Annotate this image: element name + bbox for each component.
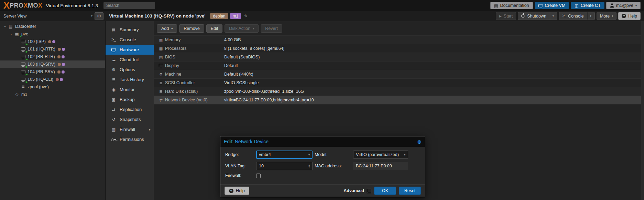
revert-button[interactable]: Revert (261, 24, 282, 33)
remove-button[interactable]: Remove (179, 24, 204, 33)
page-title: Virtual Machine 103 (HQ-SRV) on node 'pv… (109, 13, 205, 19)
reset-button[interactable]: Reset (399, 187, 421, 195)
table-row-memory[interactable]: Memory 4.00 GiB (154, 36, 644, 44)
tree-item-vm-104[interactable]: 104 (BR-SRV) (0, 68, 105, 76)
tag-dots (57, 70, 65, 74)
history-icon (111, 117, 117, 122)
view-settings-button[interactable] (95, 12, 103, 20)
expander-icon[interactable] (9, 33, 13, 36)
mac-address-input[interactable]: BC:24:11:77:E0:09 (353, 162, 408, 170)
chevron-down-icon[interactable] (308, 153, 310, 156)
expander-icon[interactable] (3, 25, 7, 28)
search-input[interactable] (103, 2, 155, 9)
monitor-icon (538, 4, 543, 7)
ok-button[interactable]: OK (374, 187, 396, 195)
add-button[interactable]: Add (157, 24, 177, 33)
console-button[interactable]: >_ Console (559, 12, 595, 20)
tag-badge: debian (210, 13, 228, 19)
edit-tags-icon[interactable] (244, 14, 248, 19)
table-row-processors[interactable]: Processors 8 (1 sockets, 8 cores) [qemu6… (154, 44, 644, 53)
bridge-combobox[interactable]: vmbr4 (256, 151, 313, 159)
help-button[interactable]: ? Help (618, 12, 641, 20)
tab-task-history[interactable]: Task History (106, 75, 154, 85)
shutdown-button[interactable]: Shutdown (518, 12, 557, 20)
controller-stack-icon (157, 81, 165, 85)
list-icon (111, 77, 117, 82)
chevron-down-icon[interactable] (91, 14, 92, 18)
summary-icon (111, 27, 117, 32)
tree-item-tag-m1[interactable]: m1 (0, 91, 105, 98)
table-row-display[interactable]: Display Default (154, 62, 644, 70)
tab-cloud-init[interactable]: Cloud-Init (106, 55, 154, 65)
table-row-scsi-controller[interactable]: SCSI Controller VirtIO SCSI single (154, 79, 644, 87)
chip-icon (157, 55, 165, 59)
start-button[interactable]: Start (496, 12, 516, 20)
online-check-icon (20, 35, 22, 38)
vm-running-icon (20, 47, 26, 52)
tag-icon (13, 92, 20, 97)
disk-action-button[interactable]: Disk Action (225, 24, 259, 33)
more-button[interactable]: More (597, 12, 617, 20)
tab-backup[interactable]: Backup (106, 95, 154, 104)
question-icon: ? (229, 189, 233, 193)
model-combobox[interactable]: VirtIO (paravirtualized) (353, 151, 408, 159)
tab-replication[interactable]: Replication (106, 104, 154, 114)
user-menu-button[interactable]: m1@pve (606, 2, 641, 9)
vm-action-buttons: Start Shutdown >_ Console More ? Help (496, 12, 644, 20)
spinner-arrows-icon[interactable] (308, 164, 310, 168)
tag-badge: m1 (230, 13, 241, 19)
chevron-down-icon[interactable] (590, 14, 591, 18)
tree-item-storage-zpool[interactable]: zpool (pve) (0, 83, 105, 91)
advanced-checkbox[interactable] (367, 189, 371, 193)
vlan-tag-spinner[interactable]: 10 (256, 162, 313, 170)
gear-icon (111, 67, 117, 72)
edit-button[interactable]: Edit (206, 24, 223, 33)
scrollbar[interactable] (641, 21, 644, 200)
documentation-button[interactable]: Documentation (490, 2, 533, 9)
tree-item-vm-102[interactable]: 102 (BR-RTR) (0, 53, 105, 60)
tag-dots (58, 48, 65, 51)
tab-monitor[interactable]: Monitor (106, 85, 154, 95)
book-icon (494, 3, 498, 8)
table-row-bios[interactable]: BIOS Default (SeaBIOS) (154, 53, 644, 62)
chevron-down-icon[interactable] (553, 14, 554, 18)
hardware-table: Memory 4.00 GiB Processors 8 (1 sockets,… (154, 35, 644, 104)
chevron-down-icon (171, 27, 173, 30)
tree-item-datacenter[interactable]: Datacenter (0, 23, 105, 30)
tab-permissions[interactable]: Permissions (106, 134, 154, 144)
tab-firewall[interactable]: Firewall (106, 124, 154, 134)
dialog-help-button[interactable]: ? Help (225, 187, 249, 195)
advanced-label: Advanced (343, 188, 364, 193)
tree-item-vm-100[interactable]: 100 (ISP) (0, 38, 105, 45)
tab-summary[interactable]: Summary (106, 25, 154, 35)
tree-item-vm-105[interactable]: 105 (HQ-CLI) (0, 76, 105, 83)
replication-arrows-icon (111, 107, 117, 112)
close-icon[interactable] (417, 139, 422, 144)
vm-running-icon (20, 54, 26, 59)
datacenter-icon (7, 24, 14, 29)
table-row-machine[interactable]: Machine Default (i440fx) (154, 70, 644, 79)
bridge-label: Bridge: (225, 151, 254, 159)
vm-running-icon (20, 62, 26, 67)
network-icon (157, 98, 165, 102)
tab-snapshots[interactable]: Snapshots (106, 114, 154, 124)
firewall-checkbox[interactable] (256, 174, 261, 178)
dialog-header[interactable]: Edit: Network Device (220, 136, 425, 147)
edit-network-device-dialog: Edit: Network Device Bridge: vmbr4 Model… (220, 136, 425, 197)
mac-address-label: MAC address: (315, 162, 351, 170)
tree-item-vm-103[interactable]: 103 (HQ-SRV) (0, 60, 105, 68)
tab-options[interactable]: Options (106, 65, 154, 75)
create-ct-button[interactable]: Create CT (571, 2, 604, 9)
tree-item-vm-101[interactable]: 101 (HQ-RTR) (0, 45, 105, 53)
create-vm-button[interactable]: Create VM (535, 2, 569, 9)
table-row-hard-disk[interactable]: Hard Disk (scsi0) zpool:vm-103-disk-0,io… (154, 87, 644, 96)
tab-hardware[interactable]: Hardware (106, 45, 154, 55)
tree-item-node-pve[interactable]: pve (0, 30, 105, 38)
resource-tree: Datacenter pve 100 (ISP) 101 (HQ-RTR) (0, 21, 106, 200)
tab-console[interactable]: >_Console (106, 35, 154, 45)
proxmox-app: X PRO X MO X Virtual Environment 8.1.3 D… (0, 0, 644, 200)
tag-dots (57, 55, 65, 58)
table-row-network-device[interactable]: Network Device (net0) virtio=BC:24:11:77… (154, 96, 644, 104)
server-view-dropdown[interactable]: Server View (3, 14, 89, 19)
chevron-down-icon[interactable] (404, 153, 405, 156)
